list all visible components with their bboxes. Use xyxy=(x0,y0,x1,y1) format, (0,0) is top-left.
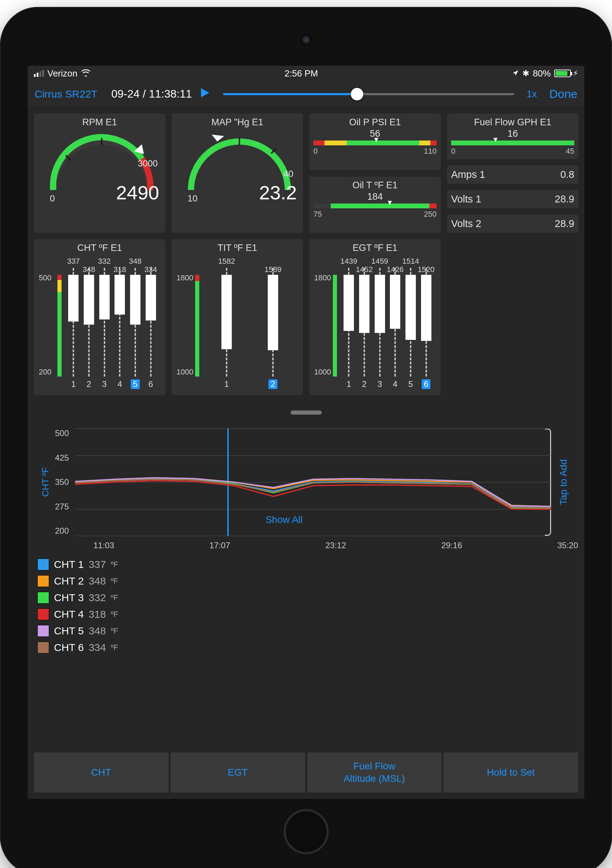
playback-speed[interactable]: 1x xyxy=(527,88,537,100)
rpm-gauge-panel[interactable]: RPM E1 0 3000 2490 xyxy=(34,113,165,233)
playback-slider[interactable] xyxy=(218,93,520,95)
legend-item[interactable]: CHT 1337ºF xyxy=(37,559,575,570)
legend-item[interactable]: CHT 4318ºF xyxy=(37,608,575,620)
drag-handle[interactable] xyxy=(291,411,322,415)
map-min: 10 xyxy=(187,193,198,204)
amps-row[interactable]: Amps 10.8 xyxy=(447,166,578,184)
tab-fuel-alt[interactable]: Fuel FlowAltitude (MSL) xyxy=(307,752,442,792)
chart-legend: CHT 1337ºFCHT 2348ºFCHT 3332ºFCHT 4318ºF… xyxy=(28,550,584,666)
fuel-flow-panel[interactable]: Fuel Flow GPH E1 16 ▼ 045 xyxy=(447,113,578,159)
done-button[interactable]: Done xyxy=(549,87,577,101)
fuel-bar: ▼ xyxy=(451,141,574,145)
home-button[interactable] xyxy=(284,809,328,854)
carrier-label: Verizon xyxy=(47,68,77,79)
screen: Verizon 2:56 PM ✱ 80% ⚡︎ Cirrus SR22T xyxy=(28,66,584,799)
wifi-icon xyxy=(81,68,91,79)
egt-bar-panel[interactable]: EGT ºF E1 180010001439114522145931426415… xyxy=(309,239,441,395)
tit-bar-panel[interactable]: TIT ºF E1 180010001582115892 xyxy=(172,239,303,395)
playback-timestamp: 09-24 / 11:38:11 xyxy=(112,88,192,100)
status-bar: Verizon 2:56 PM ✱ 80% ⚡︎ xyxy=(28,66,584,81)
rpm-title: RPM E1 xyxy=(38,117,161,128)
nav-bar: Cirrus SR22T 09-24 / 11:38:11 1x Done xyxy=(28,81,584,107)
volts2-row[interactable]: Volts 228.9 xyxy=(447,215,578,233)
play-button[interactable] xyxy=(199,87,211,101)
oilt-value: 184 xyxy=(313,191,437,202)
location-icon xyxy=(512,68,519,79)
chart-ylabel: CHT ºF xyxy=(40,467,51,497)
oil-pressure-panel[interactable]: Oil P PSI E1 56 ▼ 0110 xyxy=(309,113,441,170)
map-title: MAP "Hg E1 xyxy=(176,117,299,128)
oilp-bar: ▼ xyxy=(313,141,437,145)
chart-plot[interactable]: Show All xyxy=(75,428,551,536)
tap-to-add[interactable]: Tap to Add xyxy=(555,459,572,505)
battery-pct-label: 80% xyxy=(533,68,551,79)
legend-item[interactable]: CHT 2348ºF xyxy=(37,575,575,587)
ipad-frame: Verizon 2:56 PM ✱ 80% ⚡︎ Cirrus SR22T xyxy=(0,7,612,868)
tab-egt[interactable]: EGT xyxy=(170,752,305,792)
oil-temp-panel[interactable]: Oil T ºF E1 184 ▼ 75250 xyxy=(309,177,441,233)
bottom-tab-bar: CHT EGT Fuel FlowAltitude (MSL) Hold to … xyxy=(34,752,578,792)
bluetooth-icon: ✱ xyxy=(522,68,529,78)
map-gauge-panel[interactable]: MAP "Hg E1 10 40 23.2 xyxy=(172,113,303,233)
legend-item[interactable]: CHT 3332ºF xyxy=(37,592,575,604)
rpm-min: 0 xyxy=(50,193,55,204)
signal-icon xyxy=(34,70,44,77)
legend-item[interactable]: CHT 6334ºF xyxy=(37,642,575,653)
aircraft-title[interactable]: Cirrus SR22T xyxy=(35,88,98,100)
tab-cht[interactable]: CHT xyxy=(34,752,169,792)
camera-dot xyxy=(302,35,311,44)
map-value: 23.2 xyxy=(259,181,297,204)
oilt-bar: ▼ xyxy=(313,203,437,208)
volts1-row[interactable]: Volts 128.9 xyxy=(447,190,578,208)
cht-bar-panel[interactable]: CHT ºF E1 500200337134823323318434853346 xyxy=(34,239,165,395)
fuel-value: 16 xyxy=(451,129,574,139)
tab-hold-set[interactable]: Hold to Set xyxy=(443,752,578,792)
chart-xaxis: 11:0317:0723:1229:1635:20 xyxy=(93,541,578,550)
battery-icon: ⚡︎ xyxy=(554,69,578,78)
clock-label: 2:56 PM xyxy=(284,68,318,79)
legend-item[interactable]: CHT 5348ºF xyxy=(37,625,575,637)
rpm-max: 3000 xyxy=(138,158,158,169)
show-all-button[interactable]: Show All xyxy=(265,514,302,525)
rpm-value: 2490 xyxy=(116,181,159,204)
map-max: 40 xyxy=(284,169,293,179)
line-chart-panel[interactable]: CHT ºF 500425350275200 Show All Tap to A… xyxy=(34,424,578,538)
